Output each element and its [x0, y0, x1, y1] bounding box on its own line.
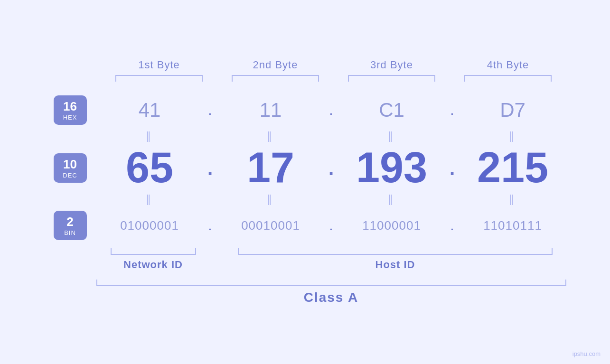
network-id-bracket-wrap: Network ID [96, 248, 210, 271]
dec-val-3: 193 [338, 143, 445, 192]
hex-cells: 41 . 11 . C1 . D7 [96, 99, 566, 121]
hex-val-4: D7 [460, 99, 566, 121]
eq-8: ‖ [460, 193, 566, 205]
hex-base-num: 16 [60, 99, 80, 114]
eq-4: ‖ [460, 130, 566, 142]
top-brackets [44, 75, 566, 82]
byte-header-2: 2nd Byte [217, 59, 334, 71]
bin-badge: 2 BIN [54, 211, 87, 240]
top-bracket-1 [101, 75, 217, 82]
dec-cells: 65 . 17 . 193 . 215 [96, 143, 566, 192]
network-bracket-line [111, 248, 196, 255]
bin-row: 2 BIN 01000001 . 00010001 . 11000001 . 1… [44, 206, 566, 244]
hex-label: 16 HEX [44, 95, 96, 125]
eq-5: ‖ [96, 193, 203, 205]
dec-val-1: 65 [96, 143, 203, 192]
equals-row-2: ‖ ‖ ‖ ‖ [44, 193, 566, 205]
dec-dot-1: . [203, 149, 217, 187]
host-bracket-line [238, 248, 552, 255]
hex-val-2: 11 [217, 99, 324, 121]
class-a-label: Class A [96, 290, 566, 305]
main-container: 1st Byte 2nd Byte 3rd Byte 4th Byte 16 H… [44, 59, 566, 305]
hex-dot-3: . [445, 102, 460, 118]
dec-base-num: 10 [60, 157, 80, 172]
hex-dot-2: . [324, 102, 338, 118]
top-bracket-4 [450, 75, 566, 82]
hex-row: 16 HEX 41 . 11 . C1 . D7 [44, 91, 566, 129]
dec-val-2: 17 [217, 143, 324, 192]
hex-val-3: C1 [338, 99, 445, 121]
dec-dot-3: . [445, 149, 460, 187]
bin-base-name: BIN [60, 229, 80, 236]
bin-val-1: 01000001 [96, 218, 203, 233]
equals-row-1: ‖ ‖ ‖ ‖ [44, 130, 566, 142]
dec-row: 10 DEC 65 . 17 . 193 . 215 [44, 143, 566, 192]
network-id-label: Network ID [123, 259, 183, 271]
class-section: Class A [44, 280, 566, 305]
bin-val-3: 11000001 [338, 218, 445, 233]
dec-badge: 10 DEC [54, 153, 87, 183]
byte-headers-row: 1st Byte 2nd Byte 3rd Byte 4th Byte [44, 59, 566, 71]
byte-header-4: 4th Byte [450, 59, 566, 71]
dec-val-4: 215 [460, 143, 566, 192]
hex-base-name: HEX [60, 114, 80, 121]
dec-label: 10 DEC [44, 153, 96, 183]
hex-val-1: 41 [96, 99, 203, 121]
bin-dot-2: . [324, 217, 338, 233]
watermark: ipshu.com [572, 350, 601, 357]
eq-6: ‖ [217, 193, 324, 205]
eq-2: ‖ [217, 130, 324, 142]
byte-header-3: 3rd Byte [334, 59, 450, 71]
host-id-label: Host ID [375, 259, 415, 271]
dec-base-name: DEC [60, 172, 80, 179]
bin-val-2: 00010001 [217, 218, 324, 233]
dec-dot-2: . [324, 149, 338, 187]
bottom-section: Network ID Host ID [44, 248, 566, 271]
class-bracket-line [96, 280, 566, 286]
bin-label: 2 BIN [44, 211, 96, 240]
top-bracket-2 [217, 75, 334, 82]
host-id-bracket-wrap: Host ID [225, 248, 566, 271]
bin-val-4: 11010111 [460, 218, 566, 233]
top-bracket-3 [334, 75, 450, 82]
bin-dot-1: . [203, 217, 217, 233]
hex-badge: 16 HEX [54, 95, 87, 125]
bin-cells: 01000001 . 00010001 . 11000001 . 1101011… [96, 217, 566, 233]
hex-dot-1: . [203, 102, 217, 118]
byte-header-1: 1st Byte [101, 59, 217, 71]
eq-3: ‖ [338, 130, 445, 142]
bin-dot-3: . [445, 217, 460, 233]
eq-7: ‖ [338, 193, 445, 205]
bin-base-num: 2 [60, 215, 80, 229]
eq-1: ‖ [96, 130, 203, 142]
